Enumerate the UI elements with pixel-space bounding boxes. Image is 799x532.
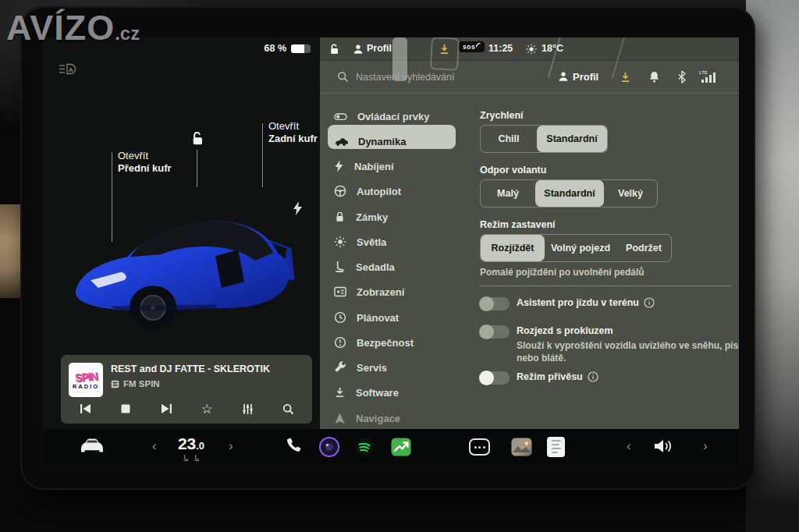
- radio-source-icon: [111, 380, 119, 388]
- option-podrzet[interactable]: Podržet: [616, 235, 671, 261]
- charging-bolt-icon: [334, 160, 344, 172]
- unlocked-icon[interactable]: [328, 43, 340, 55]
- menu-label: Nabíjení: [354, 161, 394, 172]
- battery-percent-label: 68 %: [265, 43, 287, 54]
- notes-app-icon[interactable]: [547, 437, 565, 457]
- car-status-panel: 68 % A Otevřít Přední kufr: [43, 37, 320, 429]
- rear-trunk-leader-line: [262, 123, 263, 187]
- sidebar-item-zamky[interactable]: Zámky: [334, 207, 474, 227]
- rear-trunk-label[interactable]: Otevřít Zadní kufr: [268, 120, 318, 146]
- favorite-button[interactable]: ☆: [198, 400, 215, 417]
- media-source: FM SPIN: [111, 379, 160, 388]
- option-standardni[interactable]: Standardní: [535, 180, 604, 207]
- camera-app-icon[interactable]: [319, 437, 339, 457]
- rear-trunk-action: Otevřít: [268, 120, 318, 133]
- option-maly[interactable]: Malý: [481, 180, 535, 207]
- photos-app-icon[interactable]: [511, 438, 532, 456]
- volume-up-chevron[interactable]: ›: [703, 439, 708, 452]
- menu-label: Autopilot: [357, 186, 401, 197]
- menu-label: Plánovat: [357, 312, 399, 324]
- previous-track-button[interactable]: [76, 400, 94, 417]
- search-icon: [337, 71, 349, 83]
- car-status-app-icon[interactable]: [78, 438, 106, 455]
- trailer-mode-toggle[interactable]: [480, 371, 510, 385]
- media-source-label: FM SPIN: [123, 379, 160, 388]
- option-chill[interactable]: Chill: [481, 126, 537, 152]
- option-rozjizdet[interactable]: Rozjíždět: [481, 235, 545, 261]
- software-download-icon[interactable]: [620, 71, 631, 83]
- option-standardni[interactable]: Standardní: [537, 126, 607, 152]
- sidebar-item-servis[interactable]: Servis: [334, 357, 474, 378]
- sidebar-item-sedadla[interactable]: Sedadla: [334, 257, 474, 277]
- slip-start-toggle[interactable]: [480, 325, 510, 339]
- steering-wheel-icon: [334, 185, 346, 197]
- media-search-button[interactable]: [279, 400, 297, 417]
- menu-label: Zobrazení: [357, 286, 404, 298]
- sidebar-item-svetla[interactable]: Světla: [334, 232, 474, 252]
- option-velky[interactable]: Velký: [604, 180, 657, 207]
- more-apps-button[interactable]: [469, 438, 490, 456]
- watermark-brand: AVÍZO: [6, 8, 115, 48]
- section-divider: [480, 286, 731, 286]
- rear-trunk-target: Zadní kufr: [268, 133, 318, 144]
- info-icon[interactable]: [644, 297, 655, 308]
- sidebar-item-ovladaci-prvky[interactable]: Ovládací prvky: [334, 106, 474, 126]
- lock-icon: [334, 211, 346, 223]
- sidebar-item-navigace[interactable]: Navigace: [334, 408, 474, 428]
- sos-signal-arc: [476, 43, 481, 48]
- sos-label: sos: [463, 43, 475, 51]
- status-profile-label[interactable]: Profil: [367, 43, 392, 54]
- charts-app-icon[interactable]: [391, 438, 411, 456]
- seat-heater-right-icon[interactable]: [194, 454, 201, 461]
- sidebar-item-zobrazeni[interactable]: Zobrazení: [334, 282, 474, 302]
- stop-button[interactable]: [117, 400, 134, 417]
- stopping-mode-description: Pomalé pojíždění po uvolnění pedálů: [480, 267, 645, 278]
- car-render[interactable]: [65, 184, 308, 337]
- clock-label: 11:25: [488, 43, 513, 54]
- stopping-mode-segmented-control: Rozjíždět Volný pojezd Podržet: [480, 234, 672, 262]
- front-trunk-label[interactable]: Otevřít Přední kufr: [118, 150, 172, 176]
- software-icon: [334, 386, 346, 399]
- bluetooth-icon[interactable]: [677, 70, 687, 83]
- unlock-icon[interactable]: [190, 131, 204, 146]
- lights-icon: [334, 236, 346, 248]
- media-player: SPIN RADIO REST and DJ FATTE - SKLEROTIK…: [61, 355, 312, 424]
- option-volny-pojezd[interactable]: Volný pojezd: [545, 235, 616, 261]
- sidebar-item-software[interactable]: Software: [334, 382, 474, 403]
- media-album-art[interactable]: SPIN RADIO: [69, 363, 103, 397]
- menu-label: Bezpečnost: [357, 337, 414, 349]
- temperature-decrease-chevron[interactable]: ‹: [152, 439, 157, 452]
- watermark-tld: .cz: [115, 23, 140, 44]
- menu-label: Dynamika: [358, 136, 406, 147]
- outside-temperature-label[interactable]: 18°C: [542, 43, 563, 54]
- temperature-increase-chevron[interactable]: ›: [229, 439, 233, 452]
- sidebar-item-bezpecnost[interactable]: Bezpečnost: [334, 332, 474, 353]
- volume-down-chevron[interactable]: ‹: [627, 439, 631, 452]
- sidebar-item-nabijeni[interactable]: Nabíjení: [334, 156, 474, 176]
- equalizer-button[interactable]: [239, 400, 256, 417]
- sidebar-item-autopilot[interactable]: Autopilot: [334, 181, 474, 201]
- phone-app-icon[interactable]: [283, 437, 302, 456]
- sidebar-item-planovat[interactable]: Plánovat: [334, 307, 474, 328]
- profile-button[interactable]: Profil: [573, 71, 598, 83]
- sidebar-item-dynamika[interactable]: Dynamika: [334, 131, 474, 151]
- info-icon[interactable]: [588, 371, 598, 382]
- next-track-button[interactable]: [158, 400, 175, 417]
- offroad-assist-label: Asistent pro jízdu v terénu: [517, 297, 639, 308]
- profile-icon: [353, 44, 364, 55]
- safety-alert-icon: [334, 336, 346, 349]
- volume-icon[interactable]: [653, 437, 675, 456]
- climate-temperature-control[interactable]: 23.0: [166, 435, 216, 461]
- spotify-app-icon[interactable]: [354, 437, 375, 457]
- headlight-auto-icon[interactable]: A: [59, 62, 80, 76]
- notifications-bell-icon[interactable]: [648, 70, 660, 83]
- seat-heater-left-icon[interactable]: [183, 454, 190, 461]
- offroad-assist-toggle[interactable]: [480, 297, 510, 310]
- settings-search-input[interactable]: Nastavení vyhledávání: [356, 72, 454, 83]
- quick-controls-icon: [334, 110, 347, 123]
- cabin-temperature-decimal: .0: [196, 440, 204, 452]
- sun-icon: [526, 44, 537, 55]
- media-track-title[interactable]: REST and DJ FATTE - SKLEROTIK: [111, 364, 306, 374]
- photo-scene: AVÍZO.cz 68 % A Ot: [0, 0, 799, 532]
- trailer-mode-label: Režim přívěsu: [517, 371, 583, 382]
